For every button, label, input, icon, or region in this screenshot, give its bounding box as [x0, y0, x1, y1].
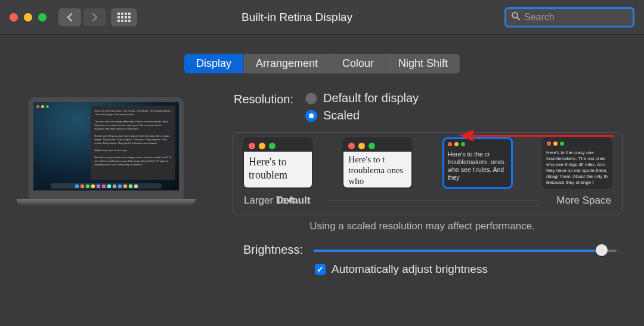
radio-icon: [305, 93, 317, 104]
brightness-slider[interactable]: [314, 244, 617, 256]
titlebar: Built-in Retina Display: [0, 0, 644, 35]
resolution-option-1[interactable]: Here's to troublem: [243, 137, 313, 189]
window-controls: [10, 13, 47, 21]
slider-knob[interactable]: [596, 244, 608, 256]
nav-buttons: [58, 8, 106, 26]
checkbox-label: Automatically adjust brightness: [332, 263, 488, 276]
search-input[interactable]: [524, 12, 643, 23]
label-more-space: More Space: [556, 195, 611, 207]
radio-icon: [305, 110, 317, 122]
auto-brightness-checkbox[interactable]: ✓ Automatically adjust brightness: [315, 263, 623, 276]
resolution-label: Resolution:: [222, 91, 293, 106]
radio-label: Scaled: [323, 109, 360, 122]
performance-warning: Using a scaled resolution may affect per…: [222, 220, 623, 232]
svg-line-1: [517, 17, 519, 20]
tab-colour[interactable]: Colour: [330, 54, 386, 73]
back-button[interactable]: [58, 8, 81, 26]
tab-night-shift[interactable]: Night Shift: [386, 54, 460, 73]
radio-scaled[interactable]: Scaled: [305, 109, 419, 122]
resolution-option-3[interactable]: Here's to the cr troublemakers. ones who…: [442, 137, 513, 189]
checkbox-icon: ✓: [315, 264, 326, 275]
tab-arrangement[interactable]: Arrangement: [244, 54, 330, 73]
tab-bar: Display Arrangement Colour Night Shift: [0, 54, 644, 73]
radio-label: Default for display: [323, 91, 419, 105]
minimize-window-button[interactable]: [24, 13, 32, 21]
label-default: Default: [276, 195, 311, 207]
window-title: Built-in Retina Display: [89, 11, 504, 24]
zoom-window-button[interactable]: [38, 13, 47, 21]
resolution-option-2[interactable]: Here's to t troublema ones who: [342, 137, 413, 189]
scaled-resolution-picker: Here's to troublem Here's to t troublema…: [233, 132, 623, 214]
radio-default-for-display[interactable]: Default for display: [305, 91, 419, 105]
close-window-button[interactable]: [10, 13, 18, 21]
search-icon: [511, 11, 521, 23]
brightness-label: Brightness:: [222, 243, 303, 257]
search-field[interactable]: [504, 7, 634, 27]
tab-display[interactable]: Display: [184, 54, 244, 73]
resolution-option-4[interactable]: Here's to the crazy one troublemakers. T…: [542, 137, 612, 189]
forward-button[interactable]: [83, 8, 106, 26]
display-preview: Here's to the crazy ones. The misfits. T…: [29, 97, 196, 276]
divider: [327, 201, 540, 201]
